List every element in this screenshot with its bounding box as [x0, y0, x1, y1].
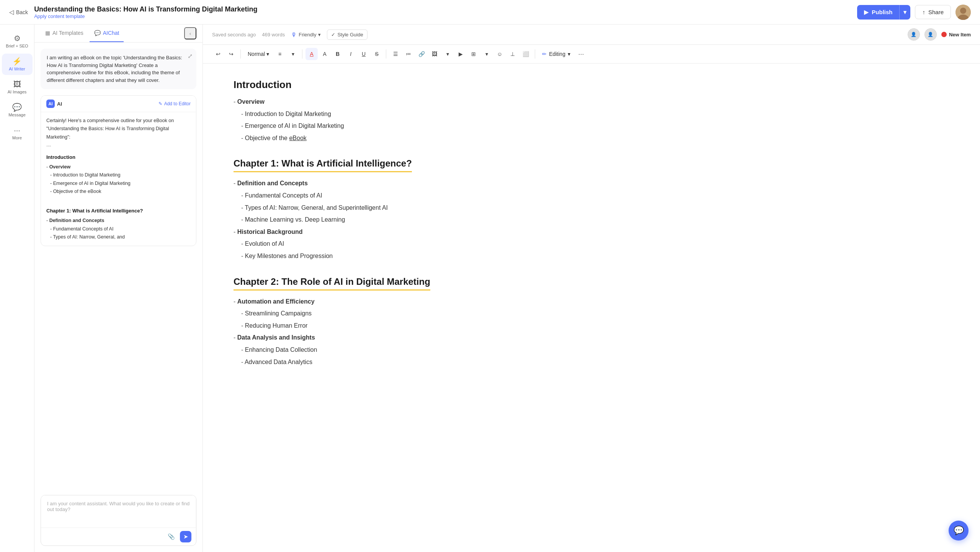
ordered-list-button[interactable]: ≔: [402, 48, 415, 60]
avatar[interactable]: [956, 5, 971, 20]
special-char-button[interactable]: ⊥: [506, 48, 519, 60]
tab-aichat[interactable]: 💬 AIChat: [90, 24, 124, 42]
table-chevron-button[interactable]: ▾: [480, 48, 493, 60]
sidebar-item-ai-writer[interactable]: ⚡ AI Writer: [2, 54, 33, 75]
ai-response-item-1: - Introduction to Digital Marketing: [50, 171, 191, 179]
list-item: Reducing Human Error: [234, 321, 949, 331]
top-header: ◁ Back Understanding the Basics: How AI …: [0, 0, 980, 24]
sidebar-item-brief-seo[interactable]: ⚙ Brief + SEO: [2, 31, 33, 52]
sidebar-item-ai-images[interactable]: 🖼 AI Images: [2, 77, 33, 98]
chat-bubble-icon: 💬: [954, 526, 964, 536]
style-guide-checkmark-icon: ✓: [331, 32, 335, 38]
list-item: Definition and Concepts: [234, 178, 949, 188]
align-chevron-button[interactable]: ▾: [287, 48, 299, 60]
ai-response-intro: Certainly! Here's a comprehensive outlin…: [46, 117, 191, 141]
comment-button[interactable]: ⬜: [519, 48, 532, 60]
align-button[interactable]: ≡: [274, 48, 286, 60]
chat-input[interactable]: [41, 495, 196, 526]
ai-response-header: AI AI ✎ Add to Editor: [41, 96, 196, 112]
aichat-tab-icon: 💬: [94, 30, 101, 36]
list-item: Data Analysis and Insights: [234, 333, 949, 343]
introduction-heading: Introduction: [234, 79, 949, 91]
style-selector[interactable]: Normal ▾: [244, 49, 273, 59]
ai-response-block: AI AI ✎ Add to Editor Certainly! Here's …: [41, 95, 196, 246]
italic-button[interactable]: I: [345, 48, 357, 60]
send-button[interactable]: ➤: [180, 531, 191, 542]
tab-ai-templates[interactable]: ▦ AI Templates: [41, 24, 88, 42]
new-item-dot-icon: [941, 32, 947, 37]
introduction-list: Overview Introduction to Digital Marketi…: [234, 97, 949, 143]
chat-input-area: 📎 ➤: [41, 495, 196, 546]
list-item: Machine Learning vs. Deep Learning: [234, 215, 949, 225]
word-count: 469 words: [262, 32, 285, 38]
main-layout: ⚙ Brief + SEO ⚡ AI Writer 🖼 AI Images 💬 …: [0, 24, 980, 552]
toolbar-separator-4: [535, 49, 535, 59]
share-upload-icon: ↑: [922, 9, 925, 15]
sidebar-item-message[interactable]: 💬 Message: [2, 100, 33, 121]
toolbar-more-button[interactable]: ···: [575, 48, 587, 60]
side-panel: ▦ AI Templates 💬 AIChat ‹ I am writing a…: [34, 24, 203, 552]
back-button[interactable]: ◁ Back: [9, 8, 28, 16]
editing-chevron-icon: ▾: [568, 51, 570, 57]
expand-message-button[interactable]: ⤢: [188, 52, 193, 60]
list-item: Objective of the eBook: [234, 133, 949, 143]
attach-button[interactable]: 📎: [165, 531, 177, 542]
add-to-editor-label: Add to Editor: [164, 101, 191, 106]
ai-templates-tab-icon: ▦: [45, 30, 50, 36]
emoji-button[interactable]: ☺: [493, 48, 506, 60]
list-item: Automation and Efficiency: [234, 297, 949, 307]
publish-button[interactable]: ▶ Publish ▾: [857, 5, 910, 20]
sidebar-item-label-ai-writer: AI Writer: [9, 67, 25, 71]
style-guide-button[interactable]: ✓ Style Guide: [327, 29, 367, 40]
panel-tabs: ▦ AI Templates 💬 AIChat ‹: [34, 24, 203, 42]
ai-response-item-5: - Types of AI: Narrow, General, and: [50, 233, 191, 241]
publish-chevron-icon[interactable]: ▾: [899, 5, 910, 20]
list-item: Emergence of AI in Digital Marketing: [234, 121, 949, 131]
saved-status: Saved seconds ago: [212, 32, 256, 38]
panel-body: I am writing an eBook on the topic 'Unde…: [34, 42, 203, 552]
undo-button[interactable]: ↩: [212, 48, 224, 60]
apply-template-link[interactable]: Apply content template: [34, 13, 257, 19]
new-item-button[interactable]: New Item: [941, 32, 971, 38]
image-button[interactable]: 🖼: [428, 48, 441, 60]
ai-response-content: Certainly! Here's a comprehensive outlin…: [41, 112, 196, 246]
ai-response-overview: - Overview: [46, 163, 191, 171]
message-icon: 💬: [12, 103, 22, 111]
brief-seo-icon: ⚙: [14, 34, 21, 42]
formatting-toolbar: ↩ ↪ Normal ▾ ≡ ▾ A A B I U S ☰ ≔ 🔗 🖼 ▾ ▶…: [203, 45, 980, 64]
chapter1-list: Definition and Concepts Fundamental Conc…: [234, 178, 949, 261]
redo-button[interactable]: ↪: [225, 48, 237, 60]
bullet-list-button[interactable]: ☰: [389, 48, 402, 60]
link-button[interactable]: 🔗: [415, 48, 428, 60]
toolbar-meta: Saved seconds ago 469 words 🎙 Friendly ▾…: [212, 29, 368, 40]
ai-response-divider: ---: [46, 142, 191, 150]
share-button[interactable]: ↑ Share: [915, 5, 951, 19]
text-color-button[interactable]: A: [305, 48, 318, 60]
tone-selector[interactable]: 🎙 Friendly ▾: [291, 31, 321, 38]
chat-bubble-button[interactable]: 💬: [949, 521, 969, 541]
image-chevron-button[interactable]: ▾: [441, 48, 454, 60]
left-sidebar: ⚙ Brief + SEO ⚡ AI Writer 🖼 AI Images 💬 …: [0, 24, 34, 552]
panel-collapse-button[interactable]: ‹: [184, 27, 196, 39]
list-item: Evolution of AI: [234, 239, 949, 249]
sidebar-item-more[interactable]: ··· More: [2, 122, 33, 144]
ai-badge-icon: AI: [46, 100, 55, 108]
add-to-editor-button[interactable]: ✎ Add to Editor: [158, 101, 191, 106]
list-item: Fundamental Concepts of AI: [234, 191, 949, 201]
strikethrough-button[interactable]: S: [371, 48, 383, 60]
sidebar-item-label-message: Message: [8, 113, 26, 117]
publish-play-icon: ▶: [864, 9, 869, 16]
microphone-icon: 🎙: [291, 31, 297, 38]
list-item: Key Milestones and Progression: [234, 251, 949, 261]
bold-button[interactable]: B: [332, 48, 344, 60]
editor-toolbar-top: Saved seconds ago 469 words 🎙 Friendly ▾…: [203, 24, 980, 45]
ebook-link[interactable]: eBook: [289, 135, 306, 141]
chapter2-section: Chapter 2: The Role of AI in Digital Mar…: [234, 276, 949, 367]
editor-content[interactable]: Introduction Overview Introduction to Di…: [203, 64, 980, 552]
underline-button[interactable]: U: [358, 48, 370, 60]
editing-mode-button[interactable]: ✏ Editing ▾: [538, 49, 574, 59]
highlight-button[interactable]: A: [318, 48, 331, 60]
chapter1-heading: Chapter 1: What is Artificial Intelligen…: [234, 158, 412, 172]
table-button[interactable]: ⊞: [467, 48, 480, 60]
play-button[interactable]: ▶: [454, 48, 467, 60]
